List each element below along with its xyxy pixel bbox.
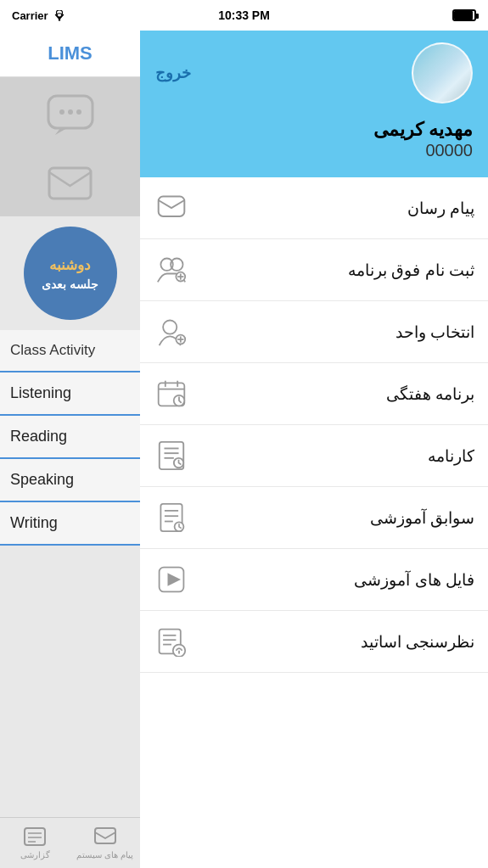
sidebar-logo: LIMS <box>0 31 140 77</box>
educational-files-icon <box>154 564 189 595</box>
program-register-icon <box>154 255 189 285</box>
main-container: LIMS د <box>0 31 488 868</box>
menu-item-teacher-survey[interactable]: نظرسنجی اساتید <box>140 611 488 673</box>
user-info: مهديه کریمی 00000 <box>155 119 473 160</box>
sidebar: LIMS د <box>0 31 140 868</box>
menu-item-transcript[interactable]: کارنامه <box>140 425 488 487</box>
menu-item-unit-select[interactable]: انتخاب واحد <box>140 301 488 363</box>
status-time: 10:33 PM <box>218 8 270 22</box>
messenger-icon <box>154 193 189 223</box>
sidebar-item-listening[interactable]: Listening <box>0 372 140 416</box>
logout-button[interactable]: خروج <box>155 64 191 82</box>
battery-icon <box>452 9 476 21</box>
wifi-icon <box>53 10 66 21</box>
sidebar-tab-messages[interactable]: پیام های سیستم <box>70 818 141 868</box>
sidebar-envelope-icon-area <box>0 150 140 216</box>
svg-point-3 <box>59 109 65 115</box>
svg-point-5 <box>76 109 81 115</box>
user-avatar <box>412 42 473 104</box>
menu-item-educational-files[interactable]: فایل های آموزشی <box>140 549 488 611</box>
svg-point-43 <box>173 645 185 657</box>
educational-history-icon <box>154 502 189 533</box>
weekly-schedule-icon <box>154 378 189 409</box>
sidebar-item-writing[interactable]: Writing <box>0 502 140 546</box>
status-bar: Carrier 10:33 PM <box>0 0 488 31</box>
header-top: خروج <box>155 42 473 104</box>
carrier-info: Carrier <box>12 9 66 22</box>
sidebar-schedule-circle[interactable]: دوشنبه جلسه بعدی <box>24 227 117 320</box>
sidebar-icons-area <box>0 77 140 216</box>
svg-point-4 <box>68 109 73 115</box>
menu-item-weekly-schedule[interactable]: برنامه هفتگی <box>140 363 488 425</box>
svg-point-18 <box>163 321 177 334</box>
sidebar-bottom-tabs: گزارشی پیام های سیستم <box>0 817 140 868</box>
menu-item-educational-history[interactable]: سوابق آموزشی <box>140 487 488 549</box>
transcript-icon <box>154 440 189 471</box>
sidebar-item-speaking[interactable]: Speaking <box>0 459 140 502</box>
user-name: مهديه کریمی <box>155 119 473 141</box>
svg-rect-6 <box>49 168 91 199</box>
svg-rect-11 <box>95 828 115 843</box>
carrier-label: Carrier <box>12 9 48 22</box>
messages-icon <box>93 826 117 847</box>
avatar-image <box>413 44 471 102</box>
sidebar-chat-icon-area <box>0 77 140 150</box>
user-id: 00000 <box>155 141 473 160</box>
menu-item-messenger[interactable]: پیام رسان <box>140 177 488 239</box>
menu-list: پیام رسان ثبت نام فوق برنامه <box>140 177 488 868</box>
teacher-survey-icon <box>154 626 189 657</box>
svg-point-0 <box>58 19 59 20</box>
menu-item-program-register[interactable]: ثبت نام فوق برنامه <box>140 239 488 301</box>
sidebar-item-class-activity[interactable]: Class Activity <box>0 330 140 372</box>
svg-marker-38 <box>168 574 179 585</box>
unit-select-icon <box>154 316 189 347</box>
speech-bubble-icon <box>45 92 96 135</box>
svg-rect-7 <box>25 828 45 845</box>
schedule-label: جلسه بعدی <box>42 277 98 291</box>
app-logo: LIMS <box>48 42 93 64</box>
envelope-icon <box>47 165 93 201</box>
reports-icon <box>23 826 47 847</box>
right-header: خروج مهديه کریمی 00000 <box>140 31 488 177</box>
sidebar-nav: Class Activity Listening Reading Speakin… <box>0 330 140 817</box>
status-right <box>452 9 476 21</box>
svg-rect-12 <box>159 197 185 216</box>
right-panel: خروج مهديه کریمی 00000 پیام رسان <box>140 31 488 868</box>
reports-tab-label: گزارشی <box>20 850 50 860</box>
sidebar-item-reading[interactable]: Reading <box>0 416 140 459</box>
messages-tab-label: پیام های سیستم <box>76 850 133 860</box>
sidebar-tab-reports[interactable]: گزارشی <box>0 818 70 868</box>
schedule-day: دوشنبه <box>49 256 91 274</box>
